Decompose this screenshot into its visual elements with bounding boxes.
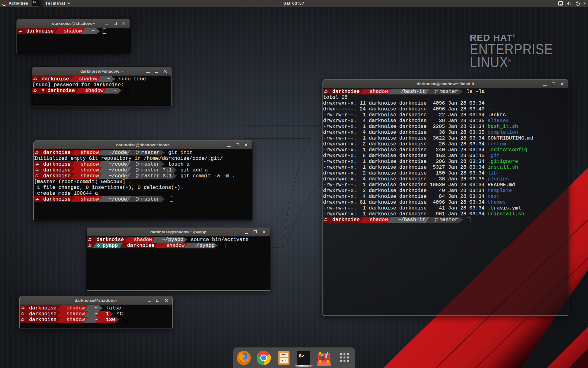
svg-text:$>: $> — [299, 354, 304, 359]
svg-text:$>: $> — [33, 1, 36, 4]
